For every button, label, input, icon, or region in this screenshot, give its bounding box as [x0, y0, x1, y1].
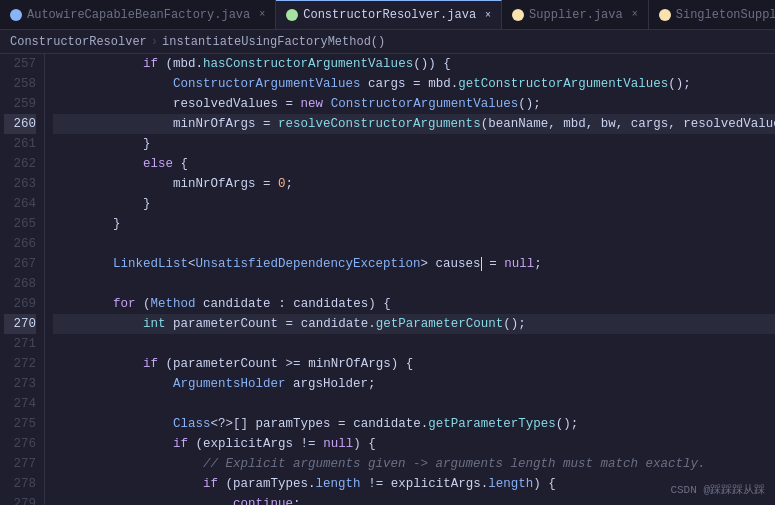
line-number-257: 257 [4, 54, 36, 74]
line-number-260: 260 [4, 114, 36, 134]
code-line-268 [53, 274, 775, 294]
code-line-277: // Explicit arguments given -> arguments… [53, 454, 775, 474]
tab-icon-singleton [659, 9, 671, 21]
line-number-279: 279 [4, 494, 36, 505]
line-number-270: 270 [4, 314, 36, 334]
line-number-271: 271 [4, 334, 36, 354]
breadcrumb-class: ConstructorResolver [10, 35, 147, 49]
tab-supplier[interactable]: Supplier.java × [502, 0, 649, 30]
line-number-273: 273 [4, 374, 36, 394]
tab-icon-constructor [286, 9, 298, 21]
tab-constructor[interactable]: ConstructorResolver.java × [276, 0, 502, 30]
code-line-269: for (Method candidate : candidates) { [53, 294, 775, 314]
line-number-277: 277 [4, 454, 36, 474]
code-line-274 [53, 394, 775, 414]
tab-singleton[interactable]: SingletonSupplier.java × [649, 0, 775, 30]
code-area: 2572582592602612622632642652662672682692… [0, 54, 775, 505]
tab-close-autowire[interactable]: × [259, 9, 265, 20]
line-number-259: 259 [4, 94, 36, 114]
line-number-267: 267 [4, 254, 36, 274]
tab-close-constructor[interactable]: × [485, 10, 491, 21]
breadcrumb: ConstructorResolver › instantiateUsingFa… [0, 30, 775, 54]
tab-close-supplier[interactable]: × [632, 9, 638, 20]
code-line-261: } [53, 134, 775, 154]
tab-label-autowire: AutowireCapableBeanFactory.java [27, 8, 250, 22]
code-line-276: if (explicitArgs != null) { [53, 434, 775, 454]
code-line-263: minNrOfArgs = 0; [53, 174, 775, 194]
line-number-269: 269 [4, 294, 36, 314]
line-number-263: 263 [4, 174, 36, 194]
code-line-275: Class<?>[] paramTypes = candidate.getPar… [53, 414, 775, 434]
code-line-260: minNrOfArgs = resolveConstructorArgument… [53, 114, 775, 134]
line-number-278: 278 [4, 474, 36, 494]
tab-label-supplier: Supplier.java [529, 8, 623, 22]
code-content[interactable]: if (mbd.hasConstructorArgumentValues()) … [45, 54, 775, 505]
line-number-265: 265 [4, 214, 36, 234]
line-number-266: 266 [4, 234, 36, 254]
line-number-261: 261 [4, 134, 36, 154]
code-line-258: ConstructorArgumentValues cargs = mbd.ge… [53, 74, 775, 94]
line-number-262: 262 [4, 154, 36, 174]
code-line-262: else { [53, 154, 775, 174]
tab-icon-autowire [10, 9, 22, 21]
breadcrumb-method: instantiateUsingFactoryMethod() [162, 35, 385, 49]
line-number-275: 275 [4, 414, 36, 434]
code-line-278: if (paramTypes.length != explicitArgs.le… [53, 474, 775, 494]
line-number-276: 276 [4, 434, 36, 454]
code-line-266 [53, 234, 775, 254]
tab-bar: AutowireCapableBeanFactory.java × Constr… [0, 0, 775, 30]
tab-label-singleton: SingletonSupplier.java [676, 8, 775, 22]
watermark: CSDN @踩踩踩从踩 [670, 482, 765, 497]
line-numbers: 2572582592602612622632642652662672682692… [0, 54, 45, 505]
line-number-258: 258 [4, 74, 36, 94]
code-line-272: if (parameterCount >= minNrOfArgs) { [53, 354, 775, 374]
code-line-279: continue; [53, 494, 775, 505]
code-line-267: LinkedList<UnsatisfiedDependencyExceptio… [53, 254, 775, 274]
line-number-268: 268 [4, 274, 36, 294]
code-line-271 [53, 334, 775, 354]
code-line-273: ArgumentsHolder argsHolder; [53, 374, 775, 394]
tab-icon-supplier [512, 9, 524, 21]
line-number-264: 264 [4, 194, 36, 214]
line-number-274: 274 [4, 394, 36, 414]
tab-label-constructor: ConstructorResolver.java [303, 8, 476, 22]
line-number-272: 272 [4, 354, 36, 374]
code-line-259: resolvedValues = new ConstructorArgument… [53, 94, 775, 114]
tab-autowire[interactable]: AutowireCapableBeanFactory.java × [0, 0, 276, 30]
code-line-265: } [53, 214, 775, 234]
code-line-264: } [53, 194, 775, 214]
code-line-270: int parameterCount = candidate.getParame… [53, 314, 775, 334]
code-line-257: if (mbd.hasConstructorArgumentValues()) … [53, 54, 775, 74]
breadcrumb-separator: › [151, 35, 158, 49]
